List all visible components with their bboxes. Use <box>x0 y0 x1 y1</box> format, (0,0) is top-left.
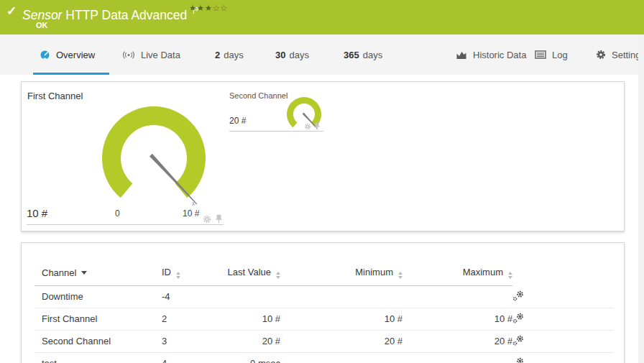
star-filled-icon[interactable]: ★ <box>197 4 205 12</box>
column-header-maximum[interactable]: Maximum <box>402 265 512 286</box>
log-icon <box>535 50 546 59</box>
column-label: Minimum <box>355 267 393 277</box>
star-rating[interactable]: ★★★☆☆ <box>189 3 228 13</box>
table-row: test40 msec <box>34 352 614 363</box>
cell-minimum: 10 # <box>280 308 402 330</box>
cell-maximum <box>402 352 512 363</box>
tab-settings[interactable]: Settings <box>596 44 644 65</box>
channel-settings-icon[interactable] <box>512 357 525 363</box>
secondary-gauge-title: Second Channel <box>229 91 288 100</box>
star-filled-icon[interactable]: ★ <box>189 4 197 12</box>
primary-gauge-title: First Channel <box>27 91 83 101</box>
cell-actions <box>512 308 614 330</box>
star-empty-icon[interactable]: ☆ <box>212 4 220 12</box>
first-channel-gauge: x <box>100 104 208 212</box>
cell-maximum: 20 # <box>402 330 512 352</box>
column-label: ID <box>162 267 171 277</box>
tab-label: days <box>363 50 382 60</box>
table-row: Downtime-4 <box>34 286 614 308</box>
cell-maximum: 10 # <box>402 308 512 330</box>
gauge-scale-max-label: 10 # <box>183 208 199 219</box>
page-title: Sensor HTTP Data Advanced <box>22 3 199 23</box>
sensor-status-bar: ✓ Sensor HTTP Data Advanced ★★★☆☆ OK <box>0 0 644 35</box>
gauge-icon <box>40 50 50 60</box>
cell-maximum <box>402 286 512 308</box>
gauge-settings-icon[interactable] <box>203 215 211 224</box>
table-header-row: ChannelIDLast ValueMinimumMaximum <box>34 265 614 286</box>
tab-label: Historic Data <box>473 50 526 60</box>
tab-number: 365 <box>344 50 359 60</box>
channels-table: ChannelIDLast ValueMinimumMaximum Downti… <box>34 265 614 363</box>
cell-id: -4 <box>162 286 219 308</box>
gauge-pin-icon[interactable] <box>216 214 222 224</box>
primary-gauge-controls <box>203 214 222 224</box>
cell-minimum: 20 # <box>280 330 402 352</box>
divider <box>27 224 224 225</box>
cell-actions <box>512 286 614 308</box>
column-label: Last Value <box>228 267 271 277</box>
tab-label: days <box>289 50 308 60</box>
cell-minimum <box>280 352 402 363</box>
cell-last-value <box>219 286 280 308</box>
tab-log[interactable]: Log <box>535 44 568 65</box>
star-filled-icon[interactable]: ★ <box>205 4 213 12</box>
tab-30-days[interactable]: 30days <box>275 44 309 65</box>
tab-live-data[interactable]: Live Data <box>122 44 180 65</box>
gauge-scale-min-label: 0 <box>115 208 120 219</box>
tab-365-days[interactable]: 365days <box>344 44 382 65</box>
gauge-settings-icon[interactable] <box>304 123 311 130</box>
cell-last-value: 10 # <box>219 308 280 330</box>
historic-icon <box>456 50 467 60</box>
table-body: Downtime-4First Channel210 #10 #10 #Seco… <box>34 286 614 363</box>
cell-id: 2 <box>162 308 219 330</box>
status-badge: OK <box>36 21 48 29</box>
channel-settings-icon[interactable] <box>512 290 525 303</box>
gauge-arc <box>102 106 206 198</box>
tab-overview[interactable]: Overview <box>40 44 95 65</box>
cell-actions <box>512 352 614 363</box>
column-header-minimum[interactable]: Minimum <box>280 265 402 286</box>
column-header-last-value[interactable]: Last Value <box>219 265 280 286</box>
sort-icon <box>508 272 512 279</box>
tab-label: Live Data <box>141 50 180 60</box>
sort-desc-icon <box>81 271 87 275</box>
channels-panel: ChannelIDLast ValueMinimumMaximum Downti… <box>21 242 625 363</box>
object-kind-label: Sensor <box>22 8 62 22</box>
cell-actions <box>512 330 614 352</box>
channel-settings-icon[interactable] <box>512 335 525 348</box>
needle-marker-label: x <box>192 200 196 207</box>
column-header-id[interactable]: ID <box>162 265 219 286</box>
cell-minimum <box>280 286 402 308</box>
table-row: Second Channel320 #20 #20 # <box>34 330 614 352</box>
tab-bar: OverviewLive Data2days30days365daysHisto… <box>0 35 644 75</box>
sort-icon <box>276 272 280 279</box>
primary-gauge-value: 10 # <box>27 207 47 219</box>
cell-id: 4 <box>162 352 219 363</box>
sensor-name: HTTP Data Advanced <box>65 8 187 22</box>
secondary-gauge-controls <box>304 122 320 130</box>
gauge-pin-icon[interactable] <box>314 122 320 130</box>
cell-channel: test <box>34 352 162 363</box>
tab-label: Overview <box>56 50 95 60</box>
check-icon: ✓ <box>6 4 17 19</box>
secondary-gauge-value: 20 # <box>229 116 246 126</box>
column-header-channel[interactable]: Channel <box>34 265 162 286</box>
star-empty-icon[interactable]: ☆ <box>220 4 228 12</box>
cell-channel: Downtime <box>34 286 162 308</box>
tab-number: 30 <box>275 50 285 60</box>
column-label: Channel <box>42 267 76 278</box>
channel-settings-icon[interactable] <box>512 313 525 326</box>
settings-icon <box>596 50 606 60</box>
sort-icon <box>176 272 180 279</box>
tab-2-days[interactable]: 2days <box>215 44 244 65</box>
cell-id: 3 <box>162 330 219 352</box>
cell-channel: Second Channel <box>34 330 162 352</box>
active-tab-underline <box>33 73 109 75</box>
tab-label: days <box>224 50 243 60</box>
tab-historic-data[interactable]: Historic Data <box>456 44 526 65</box>
gauges-panel: First Channel x 0 10 # 10 # Second Chann… <box>21 81 625 231</box>
scrollbar-track[interactable] <box>638 35 644 363</box>
tab-number: 2 <box>215 50 220 60</box>
sort-icon <box>398 272 402 279</box>
table-row: First Channel210 #10 #10 # <box>34 308 614 330</box>
